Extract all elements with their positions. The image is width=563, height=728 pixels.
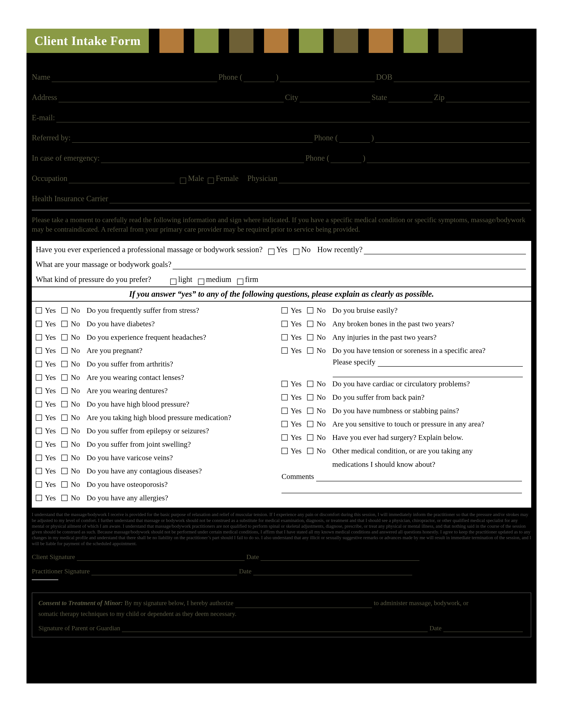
checkbox-yes[interactable]: [36, 347, 42, 354]
input-state[interactable]: [388, 95, 433, 102]
checkbox-yes[interactable]: [36, 401, 42, 407]
checkbox-no[interactable]: [61, 468, 68, 474]
checkbox-yes[interactable]: [36, 415, 42, 421]
input-emphone-area[interactable]: [331, 156, 362, 163]
checkbox-light[interactable]: [170, 279, 176, 285]
checkbox-no[interactable]: [61, 388, 68, 394]
checkbox-no[interactable]: [61, 495, 68, 501]
checkbox-yes[interactable]: [282, 307, 288, 313]
checkbox-no[interactable]: [307, 347, 313, 354]
input-minor-date[interactable]: [443, 626, 523, 632]
input-zip[interactable]: [446, 95, 530, 102]
checkbox-yes[interactable]: [282, 381, 288, 387]
input-client-sig[interactable]: [77, 555, 244, 561]
checkbox-yes[interactable]: [36, 468, 42, 474]
question-row: Yes NoOther medical condition, or are yo…: [282, 444, 527, 458]
question-row: Yes NoDo you have varicose veins?: [36, 451, 282, 465]
input-client-date[interactable]: [260, 555, 420, 561]
label-state: State: [372, 93, 387, 102]
checkbox-no[interactable]: [61, 321, 68, 327]
checkbox-no[interactable]: [307, 307, 313, 313]
checkbox-yes[interactable]: [36, 361, 42, 367]
input-refphone-area[interactable]: [339, 136, 370, 143]
input-pract-sig[interactable]: [91, 569, 237, 575]
question-text: Do you have any contagious diseases?: [86, 465, 282, 477]
input-phone-area[interactable]: [243, 75, 274, 82]
checkbox-firm[interactable]: [237, 279, 243, 285]
checkbox-no[interactable]: [61, 428, 68, 434]
checkbox-yes[interactable]: [36, 374, 42, 381]
question-row: Yes NoDo you have any contagious disease…: [36, 464, 282, 478]
checkbox-yes[interactable]: [282, 448, 288, 454]
input-city[interactable]: [300, 95, 370, 102]
input-email[interactable]: [56, 115, 530, 122]
checkbox-no[interactable]: [61, 401, 68, 407]
checkbox-yes[interactable]: [36, 428, 42, 434]
checkbox-no[interactable]: [307, 334, 313, 340]
checkbox-yes[interactable]: [282, 347, 288, 354]
input-pract-date[interactable]: [253, 569, 412, 575]
checkbox-yes[interactable]: [36, 455, 42, 461]
checkbox-medium[interactable]: [198, 279, 204, 285]
checkbox-yes[interactable]: [36, 321, 42, 327]
checkbox-yes[interactable]: [282, 321, 288, 327]
checkbox-yes[interactable]: [36, 481, 42, 488]
checkbox-no[interactable]: [61, 415, 68, 421]
checkbox-no[interactable]: [61, 481, 68, 488]
checkbox-yes[interactable]: [282, 421, 288, 427]
checkbox-male[interactable]: [180, 178, 186, 184]
input-name[interactable]: [52, 75, 217, 82]
checkbox-yes[interactable]: [282, 434, 288, 441]
input-hic[interactable]: [109, 196, 530, 203]
checkbox-yes[interactable]: [36, 388, 42, 394]
input-occupation[interactable]: [69, 176, 175, 183]
checkbox-no[interactable]: [61, 455, 68, 461]
input-dob[interactable]: [394, 75, 530, 82]
checkbox-q1-yes[interactable]: [268, 249, 274, 255]
input-minor-auth[interactable]: [235, 602, 372, 608]
question-row: Yes NoDo you have diabetes?: [36, 317, 282, 331]
checkbox-no[interactable]: [307, 421, 313, 427]
input-emergency[interactable]: [101, 156, 304, 163]
checkbox-q1-no[interactable]: [293, 249, 300, 255]
checkbox-yes[interactable]: [36, 495, 42, 501]
label-email: E-mail:: [32, 113, 55, 123]
checkbox-no[interactable]: [61, 374, 68, 381]
input-goals[interactable]: [173, 262, 526, 269]
checkbox-no[interactable]: [61, 307, 68, 313]
form-body: Client Intake Form Name Phone ( ) DOB Ad…: [26, 29, 537, 683]
input-comments[interactable]: [316, 475, 522, 481]
checkbox-no[interactable]: [307, 321, 313, 327]
preamble-text: Please take a moment to carefully read t…: [32, 215, 531, 234]
checkbox-no[interactable]: [61, 347, 68, 354]
checkbox-no[interactable]: [61, 334, 68, 340]
input-recent[interactable]: [364, 247, 526, 254]
checkbox-yes[interactable]: [282, 408, 288, 414]
client-signature-row: Client Signature Date: [32, 553, 531, 561]
checkbox-yes[interactable]: [282, 334, 288, 340]
checkbox-no[interactable]: [307, 394, 313, 400]
checkbox-yes[interactable]: [36, 441, 42, 447]
checkbox-yes[interactable]: [282, 394, 288, 400]
input-address[interactable]: [58, 95, 284, 102]
checkbox-yes[interactable]: [36, 307, 42, 313]
input-specify-2[interactable]: [333, 371, 523, 377]
checkbox-no[interactable]: [307, 408, 313, 414]
checkbox-no[interactable]: [61, 441, 68, 447]
checkbox-no[interactable]: [61, 361, 68, 367]
checkbox-no[interactable]: [307, 381, 313, 387]
input-physician[interactable]: [278, 176, 530, 183]
input-refphone[interactable]: [375, 136, 530, 143]
checkbox-no[interactable]: [307, 434, 313, 441]
input-minor-sig[interactable]: [122, 626, 428, 632]
checkbox-no[interactable]: [307, 448, 313, 454]
checkbox-yes[interactable]: [36, 334, 42, 340]
question-text: Do you suffer from back pain?: [332, 392, 527, 403]
input-comments-2[interactable]: [282, 484, 522, 493]
header-square-4: [299, 29, 323, 53]
input-specify[interactable]: [378, 360, 523, 367]
input-emphone[interactable]: [367, 156, 530, 163]
checkbox-female[interactable]: [208, 178, 214, 184]
input-referred[interactable]: [72, 136, 313, 143]
input-phone[interactable]: [280, 75, 375, 82]
